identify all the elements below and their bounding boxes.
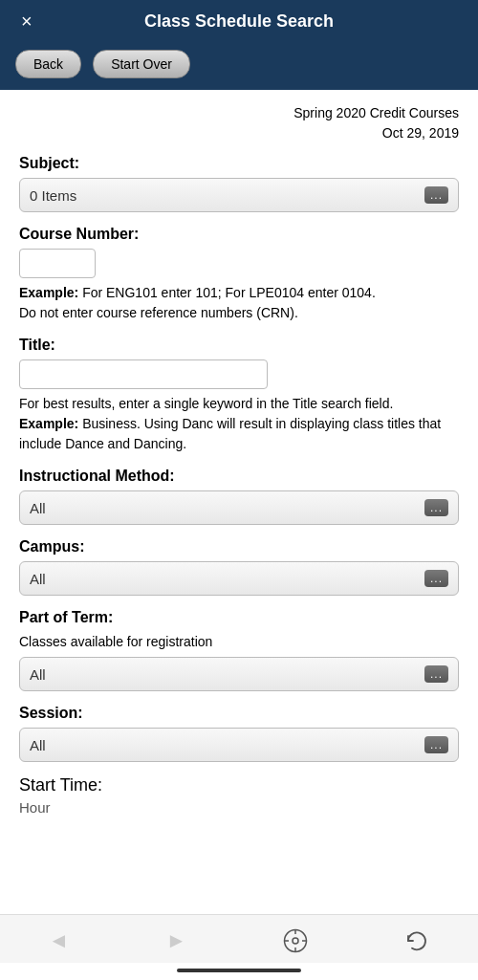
title-input[interactable] xyxy=(19,359,268,389)
part-of-term-label: Part of Term: xyxy=(19,609,459,626)
course-number-label: Course Number: xyxy=(19,226,459,243)
course-number-hint-bold: Example: xyxy=(19,285,78,300)
instructional-method-dropdown[interactable]: All ... xyxy=(19,490,459,525)
campus-value: All xyxy=(30,571,46,587)
page-title: Class Schedule Search xyxy=(144,11,334,32)
refresh-button[interactable] xyxy=(395,925,439,957)
close-button[interactable]: × xyxy=(15,10,38,33)
subject-dots[interactable]: ... xyxy=(424,186,448,204)
part-of-term-dots[interactable]: ... xyxy=(424,665,448,683)
session-value: All xyxy=(30,737,46,753)
instructional-method-section: Instructional Method: All ... xyxy=(19,468,459,525)
campus-section: Campus: All ... xyxy=(19,538,459,596)
instructional-method-dots[interactable]: ... xyxy=(424,499,448,516)
session-dropdown[interactable]: All ... xyxy=(19,728,459,762)
compass-icon xyxy=(283,928,308,953)
campus-dots[interactable]: ... xyxy=(424,570,448,587)
bottom-toolbar: ◄ ► xyxy=(0,914,478,963)
content-area: Spring 2020 Credit Courses Oct 29, 2019 … xyxy=(0,90,478,914)
home-bar xyxy=(177,969,301,972)
session-section: Session: All ... xyxy=(19,705,459,762)
instructional-method-value: All xyxy=(30,500,46,516)
part-of-term-value: All xyxy=(30,666,46,683)
course-season: Spring 2020 Credit Courses xyxy=(19,103,459,123)
start-time-hour-label: Hour xyxy=(19,799,459,816)
home-indicator xyxy=(0,963,478,980)
campus-dropdown[interactable]: All ... xyxy=(19,561,459,596)
header-info: Spring 2020 Credit Courses Oct 29, 2019 xyxy=(19,103,459,143)
subject-section: Subject: 0 Items ... xyxy=(19,155,459,212)
part-of-term-dropdown[interactable]: All ... xyxy=(19,657,459,691)
course-number-hint2: Do not enter course reference numbers (C… xyxy=(19,305,298,320)
title-hint2-text: Business. Using Danc will result in disp… xyxy=(19,416,441,451)
subject-value: 0 Items xyxy=(30,187,76,204)
title-hint1: For best results, enter a single keyword… xyxy=(19,396,393,411)
course-date: Oct 29, 2019 xyxy=(19,123,459,143)
subject-label: Subject: xyxy=(19,155,459,172)
part-of-term-section: Part of Term: Classes available for regi… xyxy=(19,609,459,691)
title-section: Title: For best results, enter a single … xyxy=(19,337,459,454)
session-dots[interactable]: ... xyxy=(424,736,448,753)
compass-button[interactable] xyxy=(273,925,317,957)
start-over-button[interactable]: Start Over xyxy=(93,50,190,78)
part-of-term-subtitle: Classes available for registration xyxy=(19,632,459,652)
session-label: Session: xyxy=(19,705,459,722)
title-hint2-bold: Example: xyxy=(19,416,78,431)
instructional-method-label: Instructional Method: xyxy=(19,468,459,485)
nav-bar: Back Start Over xyxy=(0,42,478,90)
course-number-input[interactable] xyxy=(19,249,96,278)
title-hint: For best results, enter a single keyword… xyxy=(19,394,459,454)
course-number-section: Course Number: Example: For ENG101 enter… xyxy=(19,226,459,323)
campus-label: Campus: xyxy=(19,538,459,555)
top-bar: × Class Schedule Search xyxy=(0,0,478,42)
title-label: Title: xyxy=(19,337,459,354)
start-time-section: Start Time: Hour xyxy=(19,775,459,816)
forward-nav-button[interactable]: ► xyxy=(156,925,196,957)
svg-point-1 xyxy=(293,938,298,944)
refresh-icon xyxy=(404,928,429,953)
course-number-hint-text: For ENG101 enter 101; For LPE0104 enter … xyxy=(78,285,376,300)
back-button[interactable]: Back xyxy=(15,50,81,78)
subject-dropdown[interactable]: 0 Items ... xyxy=(19,178,459,212)
back-nav-button[interactable]: ◄ xyxy=(39,925,79,957)
course-number-hint: Example: For ENG101 enter 101; For LPE01… xyxy=(19,283,459,323)
start-time-label: Start Time: xyxy=(19,775,459,795)
